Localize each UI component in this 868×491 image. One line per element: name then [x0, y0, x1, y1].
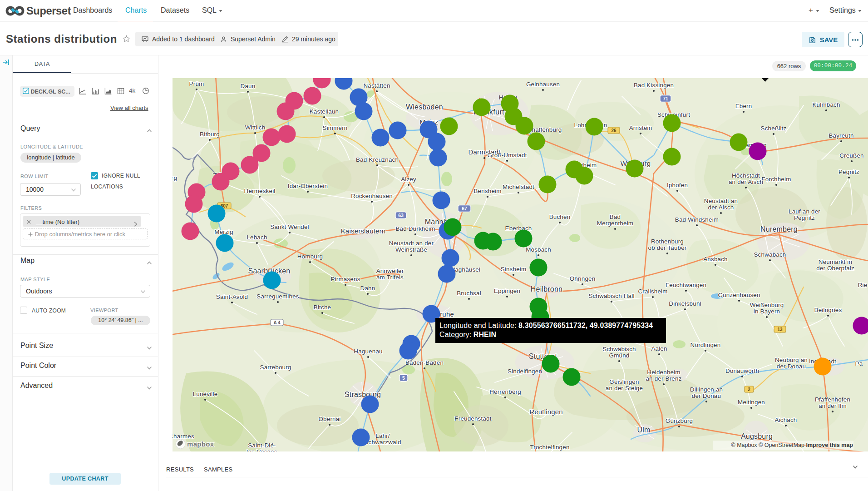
svg-text:Forchheim: Forchheim — [761, 176, 791, 183]
svg-text:Haguenau: Haguenau — [354, 348, 382, 355]
svg-text:Eberbach: Eberbach — [505, 225, 532, 232]
svg-text:der Oberpfalz: der Oberpfalz — [816, 265, 854, 272]
svg-text:Eppingen: Eppingen — [494, 288, 520, 294]
svg-text:Aalen: Aalen — [651, 345, 667, 352]
svg-text:Kaiserslautern: Kaiserslautern — [341, 227, 386, 235]
svg-text:Bad Dürkheim: Bad Dürkheim — [395, 225, 435, 232]
svg-text:Geislingen: Geislingen — [609, 378, 639, 385]
svg-text:A 4: A 4 — [273, 320, 281, 325]
svg-text:Hermeskeil: Hermeskeil — [244, 188, 276, 194]
svg-text:Lebach: Lebach — [247, 234, 267, 241]
svg-text:Bad: Bad — [610, 213, 621, 220]
svg-text:Bad Windsheim: Bad Windsheim — [675, 216, 719, 223]
svg-text:Feuchtwangen: Feuchtwangen — [666, 282, 706, 288]
svg-text:Heilbronn: Heilbronn — [531, 285, 562, 293]
svg-text:Sarreguemines: Sarreguemines — [256, 293, 299, 300]
svg-text:rg: rg — [173, 174, 177, 181]
svg-text:Bad Kissingen: Bad Kissingen — [634, 82, 674, 89]
svg-text:an der Aisch: an der Aisch — [729, 179, 763, 185]
svg-text:Arnstein: Arnstein — [629, 124, 652, 131]
svg-text:67: 67 — [462, 206, 467, 211]
svg-text:Pegnitz: Pegnitz — [794, 214, 815, 221]
svg-text:Bruchsal: Bruchsal — [457, 290, 481, 297]
svg-text:Sarrebourg: Sarrebourg — [260, 364, 291, 371]
svg-text:Lahr/: Lahr/ — [375, 432, 390, 439]
svg-text:Schwarzwald: Schwarzwald — [364, 439, 401, 446]
svg-text:Sindelfingen: Sindelfingen — [508, 368, 542, 375]
svg-text:Homburg: Homburg — [297, 253, 323, 260]
svg-text:Buchen: Buchen — [549, 213, 571, 220]
svg-text:Nördlingen: Nördlingen — [690, 342, 721, 348]
svg-text:der Donau: der Donau — [692, 392, 721, 399]
svg-text:Dillingen an: Dillingen an — [690, 386, 723, 393]
svg-text:Höchstadt: Höchstadt — [732, 172, 760, 179]
svg-text:Beilngries: Beilngries — [814, 307, 842, 313]
svg-text:Prüm: Prüm — [189, 80, 204, 87]
svg-text:Groß-Umstadt: Groß-Umstadt — [487, 152, 527, 159]
svg-text:Sankt Wendel: Sankt Wendel — [270, 223, 309, 230]
svg-text:les-Vosges: les-Vosges — [247, 448, 277, 451]
svg-text:2: 2 — [748, 387, 750, 392]
svg-text:Dahn: Dahn — [360, 285, 375, 292]
svg-text:© Mapbox © OpenStreetMap Impro: © Mapbox © OpenStreetMap Improve this ma… — [731, 442, 853, 448]
svg-text:in Bayern: in Bayern — [754, 308, 780, 315]
svg-text:Gunzenhausen: Gunzenhausen — [718, 292, 760, 298]
svg-text:Daun: Daun — [241, 83, 256, 89]
svg-text:Herrenberg: Herrenberg — [489, 388, 521, 395]
svg-text:Pfaffenhofen: Pfaffenhofen — [815, 396, 850, 403]
svg-text:Weißenburg: Weißenburg — [750, 302, 784, 308]
svg-text:Gmünd: Gmünd — [609, 352, 630, 359]
svg-text:Saint-Dié-: Saint-Dié- — [248, 442, 276, 449]
svg-text:Pa: Pa — [855, 360, 863, 367]
svg-text:Iphofen: Iphofen — [667, 182, 688, 188]
svg-text:Rothenburg: Rothenburg — [651, 238, 684, 245]
svg-text:Pegnitz: Pegnitz — [838, 169, 859, 175]
svg-text:Creußen: Creußen — [839, 152, 864, 159]
svg-text:Mergentheim: Mergentheim — [597, 220, 633, 227]
svg-text:Annweiler: Annweiler — [376, 268, 404, 274]
svg-text:Wittlich: Wittlich — [245, 124, 266, 131]
svg-text:Augsburg: Augsburg — [741, 432, 773, 440]
svg-text:Ulm: Ulm — [637, 426, 650, 434]
svg-text:Bayreuth: Bayreuth — [829, 132, 853, 139]
svg-text:Rockenhausen: Rockenhausen — [351, 193, 393, 199]
svg-text:Donauwörth: Donauwörth — [725, 367, 759, 374]
svg-text:Meitingen: Meitingen — [738, 399, 765, 406]
svg-text:Michelstadt: Michelstadt — [503, 184, 534, 190]
svg-text:Saint-Avold: Saint-Avold — [216, 293, 248, 300]
svg-text:Idar-Oberstein: Idar-Oberstein — [288, 183, 328, 189]
svg-text:Strasbourg: Strasbourg — [345, 391, 381, 398]
svg-text:Freudenstadt: Freudenstadt — [454, 415, 491, 422]
svg-text:Weinstraße: Weinstraße — [395, 246, 427, 253]
svg-text:der Aisch: der Aisch — [708, 204, 734, 211]
svg-text:Trochtelfingen: Trochtelfingen — [530, 444, 569, 451]
svg-text:Aichach: Aichach — [774, 417, 797, 423]
svg-text:Baden-Baden: Baden-Baden — [405, 359, 444, 366]
svg-text:Sinsheim: Sinsheim — [501, 266, 527, 273]
svg-text:Mosbach: Mosbach — [526, 246, 551, 253]
svg-text:an der Ilm: an der Ilm — [819, 402, 847, 409]
svg-text:ob der Tauber: ob der Tauber — [648, 244, 687, 251]
svg-text:Reutlingen: Reutlingen — [529, 408, 563, 416]
svg-text:Nastätten: Nastätten — [363, 82, 390, 89]
svg-text:Ansbach: Ansbach — [703, 256, 728, 263]
svg-text:an der Brenz: an der Brenz — [646, 375, 681, 382]
svg-text:Bitburg: Bitburg — [200, 131, 220, 138]
svg-text:Bad Kreuznach: Bad Kreuznach — [356, 156, 399, 163]
svg-text:Kastellaun: Kastellaun — [310, 108, 339, 115]
svg-text:71: 71 — [663, 96, 668, 101]
svg-text:Schwabach: Schwabach — [754, 251, 786, 258]
svg-text:Neumarkt in: Neumarkt in — [819, 258, 852, 265]
svg-text:Günzburg: Günzburg — [666, 417, 693, 424]
svg-text:Obernai: Obernai — [318, 416, 340, 422]
svg-text:Neuburg an: Neuburg an — [775, 357, 808, 363]
svg-text:13: 13 — [777, 327, 783, 332]
svg-text:Alzey: Alzey — [401, 176, 416, 183]
svg-text:Lauf an der: Lauf an der — [789, 208, 820, 215]
svg-text:Ebern: Ebern — [735, 103, 752, 109]
svg-text:Schwäbisch Hall: Schwäbisch Hall — [588, 293, 634, 299]
svg-text:26: 26 — [611, 128, 616, 133]
svg-text:5: 5 — [402, 375, 405, 381]
svg-text:Simmern: Simmern — [323, 124, 348, 131]
svg-text:63: 63 — [398, 213, 404, 218]
